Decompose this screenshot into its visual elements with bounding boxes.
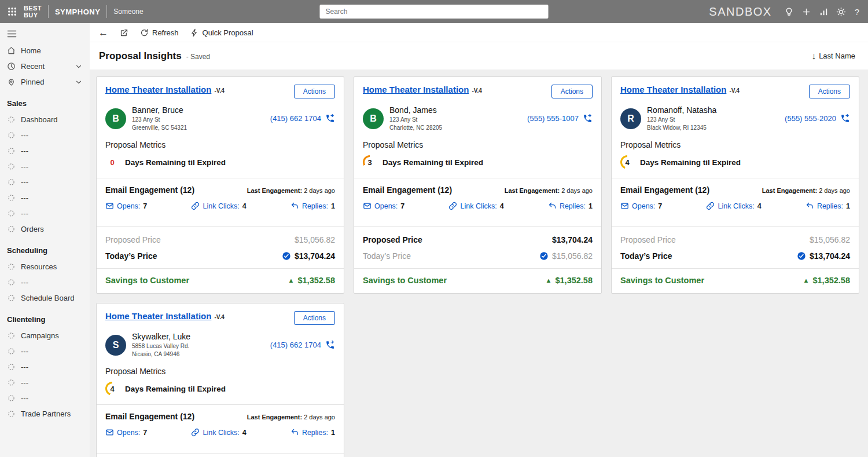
proposal-metrics-heading: Proposal Metrics xyxy=(97,133,344,155)
customer-address-line1: 123 Any St xyxy=(389,116,442,124)
sidebar-item-placeholder[interactable]: --- xyxy=(0,343,90,359)
sidebar-item-label: --- xyxy=(21,363,28,371)
lightbulb-icon[interactable] xyxy=(784,7,794,17)
sidebar-item-placeholder[interactable]: --- xyxy=(0,206,90,221)
sort-label: Last Name xyxy=(819,52,855,60)
sidebar-item-dashboard[interactable]: Dashboard xyxy=(0,112,90,127)
sidebar-item-orders[interactable]: Orders xyxy=(0,221,90,237)
email-engagement-header: Email Engagement (12) Last Engagement: 2… xyxy=(354,178,601,200)
sidebar-item-resources[interactable]: Resources xyxy=(0,259,90,275)
quick-proposal-button[interactable]: Quick Proposal xyxy=(185,25,259,40)
reply-icon xyxy=(806,202,814,210)
sidebar-item-placeholder[interactable]: --- xyxy=(0,143,90,159)
last-engagement-label: Last Engagement: xyxy=(505,187,560,194)
proposal-version: -V.4 xyxy=(214,87,224,94)
opens-label: Opens: xyxy=(374,202,398,210)
link-clicks-stat: Link Clicks: 4 xyxy=(706,202,761,210)
sidebar-item-placeholder[interactable]: --- xyxy=(0,375,90,390)
sidebar-item-placeholder[interactable]: --- xyxy=(0,174,90,190)
sidebar-item-placeholder[interactable]: --- xyxy=(0,275,90,290)
circle-icon xyxy=(8,363,15,371)
savings-value-wrap: ▲ $1,352.58 xyxy=(546,276,593,285)
circle-icon xyxy=(8,163,15,170)
sidebar-item-placeholder[interactable]: --- xyxy=(0,190,90,206)
actions-button[interactable]: Actions xyxy=(294,311,335,325)
customer-phone[interactable]: (415) 662 1704 xyxy=(270,340,335,350)
circle-icon xyxy=(8,394,15,402)
savings-value-wrap: ▲ $1,352.58 xyxy=(803,276,850,285)
link-icon xyxy=(706,202,715,210)
search-input[interactable] xyxy=(320,5,549,19)
proposal-title-link[interactable]: Home Theater Installation xyxy=(105,311,211,321)
sidebar-item-schedule-board[interactable]: Schedule Board xyxy=(0,290,90,306)
customer-name: Bond, James xyxy=(389,105,442,115)
chevron-down-icon[interactable] xyxy=(75,78,83,86)
sidebar-item-placeholder[interactable]: --- xyxy=(0,390,90,406)
customer-phone[interactable]: (555) 555-1007 xyxy=(527,114,593,123)
today-price-row: Today’s Price $13,704.24 xyxy=(97,247,344,268)
app-launcher-icon[interactable] xyxy=(7,6,17,17)
phone-forward-icon[interactable] xyxy=(325,114,335,123)
link-clicks-stat: Link Clicks: 4 xyxy=(191,202,246,210)
phone-forward-icon[interactable] xyxy=(840,114,850,123)
proposal-metrics-heading: Proposal Metrics xyxy=(354,133,601,155)
today-price-value: $15,056.82 xyxy=(552,251,593,261)
engagement-stats-row: Opens: 7 Link Clicks: 4 Replies: 1 xyxy=(354,200,601,226)
last-engagement: Last Engagement: 2 days ago xyxy=(247,187,335,194)
phone-number[interactable]: (555) 555-1007 xyxy=(527,114,579,123)
sidebar-item-label: Dashboard xyxy=(21,115,58,124)
email-engagement-header: Email Engagement (12) Last Engagement: 2… xyxy=(97,178,344,200)
actions-button[interactable]: Actions xyxy=(551,85,593,98)
proposal-title-link[interactable]: Home Theater Installation xyxy=(363,85,469,94)
days-ring-inner: 3 xyxy=(365,157,375,167)
actions-button[interactable]: Actions xyxy=(809,85,850,98)
actions-button[interactable]: Actions xyxy=(294,85,335,98)
sidebar-item-label: Orders xyxy=(21,225,44,233)
email-engagement-heading: Email Engagement (12) xyxy=(620,185,709,195)
days-remaining-ring: 4 xyxy=(620,155,634,169)
open-in-new-icon xyxy=(120,28,128,37)
sidebar-section-scheduling: Scheduling xyxy=(0,237,90,259)
phone-forward-icon[interactable] xyxy=(325,340,335,350)
proposal-title-link[interactable]: Home Theater Installation xyxy=(620,85,726,94)
help-icon[interactable]: ? xyxy=(854,7,860,17)
proposal-title-link[interactable]: Home Theater Installation xyxy=(105,85,211,94)
circle-icon xyxy=(8,210,15,217)
card-header: Home Theater Installation -V.4 Actions xyxy=(354,77,601,101)
sidebar-item-campaigns[interactable]: Campaigns xyxy=(0,328,90,343)
home-icon xyxy=(7,46,16,55)
open-in-new-button[interactable] xyxy=(115,25,134,40)
customer-phone[interactable]: (555) 555-2020 xyxy=(785,114,850,123)
topbar: BEST BUY SYMPHONY Someone SANDBOX ? xyxy=(0,0,868,23)
sidebar-item-placeholder[interactable]: --- xyxy=(0,359,90,375)
sidebar-item-trade-partners[interactable]: Trade Partners xyxy=(0,406,90,422)
phone-number[interactable]: (415) 662 1704 xyxy=(270,114,321,123)
refresh-button[interactable]: Refresh xyxy=(135,25,184,40)
sidebar-item-placeholder[interactable]: --- xyxy=(0,127,90,143)
menu-icon[interactable] xyxy=(0,23,90,43)
link-clicks-value: 4 xyxy=(757,202,762,210)
sidebar-item-home[interactable]: Home xyxy=(0,43,90,59)
customer-name: Romanoff, Natasha xyxy=(647,105,716,115)
days-ring-inner: 0 xyxy=(107,157,117,167)
page-title: Proposal Insights xyxy=(99,50,182,62)
back-button[interactable]: ← xyxy=(93,25,113,41)
circle-icon xyxy=(8,147,15,155)
days-value: 4 xyxy=(110,385,114,393)
signal-icon[interactable] xyxy=(819,7,829,17)
gear-icon[interactable] xyxy=(836,7,846,17)
customer-phone[interactable]: (415) 662 1704 xyxy=(270,114,335,123)
sidebar-item-placeholder[interactable]: --- xyxy=(0,159,90,174)
sort-control[interactable]: ↓ Last Name xyxy=(811,52,855,61)
sidebar-item-pinned[interactable]: Pinned xyxy=(0,74,90,90)
phone-forward-icon[interactable] xyxy=(583,114,593,123)
phone-number[interactable]: (415) 662 1704 xyxy=(270,341,321,349)
replies-label: Replies: xyxy=(817,202,843,210)
chevron-down-icon[interactable] xyxy=(75,63,83,71)
plus-icon[interactable] xyxy=(801,7,811,17)
proposal-card: Home Theater Installation -V.4 Actions B… xyxy=(354,76,602,294)
phone-number[interactable]: (555) 555-2020 xyxy=(785,114,836,123)
sidebar-item-recent[interactable]: Recent xyxy=(0,59,90,74)
opens-stat: Opens: 7 xyxy=(363,202,404,210)
link-clicks-stat: Link Clicks: 4 xyxy=(448,202,503,210)
